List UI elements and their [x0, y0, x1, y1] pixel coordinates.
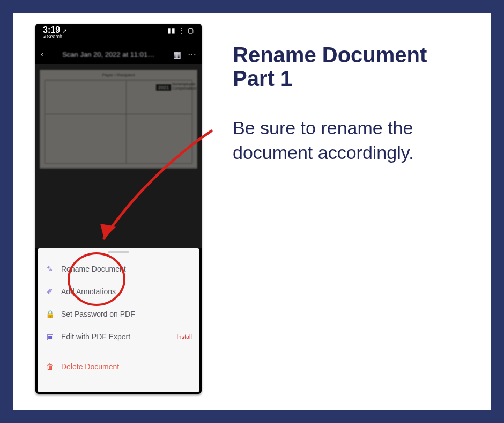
- document-preview: Payer / Recipient 2021 Nonemployee Compe…: [35, 64, 202, 248]
- back-icon[interactable]: ‹: [41, 49, 43, 59]
- instruction-body: Be sure to rename the document according…: [233, 116, 475, 165]
- back-to-search[interactable]: ◂ Search: [43, 34, 67, 39]
- menu-label: Set Password on PDF: [61, 310, 192, 318]
- menu-delete-document[interactable]: 🗑 Delete Document: [45, 355, 192, 378]
- nav-bar: ‹ Scan Jan 20, 2022 at 11:01… ▦ ⋯: [35, 44, 202, 64]
- form-year-tag: 2021: [156, 84, 171, 91]
- scanned-form-page: Payer / Recipient 2021 Nonemployee Compe…: [40, 70, 197, 169]
- sheet-drag-handle[interactable]: [108, 251, 129, 253]
- menu-edit-pdf-expert[interactable]: ▣ Edit with PDF Expert Install: [45, 325, 192, 348]
- menu-rename-document[interactable]: ✎ Rename Document: [45, 258, 192, 280]
- menu-label: Rename Document: [61, 265, 192, 273]
- action-sheet: ✎ Rename Document ✐ Add Annotations 🔒 Se…: [38, 248, 199, 392]
- menu-label: Edit with PDF Expert: [61, 332, 170, 341]
- edit-expert-icon: ▣: [45, 332, 55, 341]
- trash-icon: 🗑: [45, 362, 55, 371]
- instruction-heading: Rename Document Part 1: [233, 43, 475, 90]
- instruction-column: Rename Document Part 1 Be sure to rename…: [207, 24, 475, 394]
- menu-set-password[interactable]: 🔒 Set Password on PDF: [45, 303, 192, 325]
- slide-card: 3:19 ➚ ◂ Search ▮▮ ⋮ ▢ ‹ Scan Jan 20, 20…: [13, 13, 491, 410]
- grid-icon[interactable]: ▦: [173, 49, 181, 60]
- menu-label: Delete Document: [61, 362, 192, 371]
- menu-add-annotations[interactable]: ✐ Add Annotations: [45, 280, 192, 303]
- lock-icon: 🔒: [45, 309, 55, 319]
- annotate-icon: ✐: [45, 287, 55, 296]
- install-badge[interactable]: Install: [176, 333, 192, 340]
- document-title: Scan Jan 20, 2022 at 11:01…: [50, 50, 167, 59]
- heading-line-1: Rename Document: [233, 43, 427, 67]
- form-type-label: Nonemployee Compensation: [172, 82, 190, 90]
- location-icon: ➚: [62, 27, 67, 34]
- status-time: 3:19: [43, 25, 60, 34]
- status-bar: 3:19 ➚ ◂ Search ▮▮ ⋮ ▢: [35, 24, 202, 44]
- phone-column: 3:19 ➚ ◂ Search ▮▮ ⋮ ▢ ‹ Scan Jan 20, 20…: [35, 24, 207, 394]
- phone-screenshot: 3:19 ➚ ◂ Search ▮▮ ⋮ ▢ ‹ Scan Jan 20, 20…: [35, 24, 202, 394]
- form-header: Payer / Recipient: [40, 72, 197, 77]
- menu-label: Add Annotations: [61, 287, 192, 296]
- status-indicators: ▮▮ ⋮ ▢: [167, 26, 194, 34]
- more-icon[interactable]: ⋯: [188, 49, 196, 60]
- heading-line-2: Part 1: [233, 67, 292, 90]
- rename-icon: ✎: [45, 264, 55, 274]
